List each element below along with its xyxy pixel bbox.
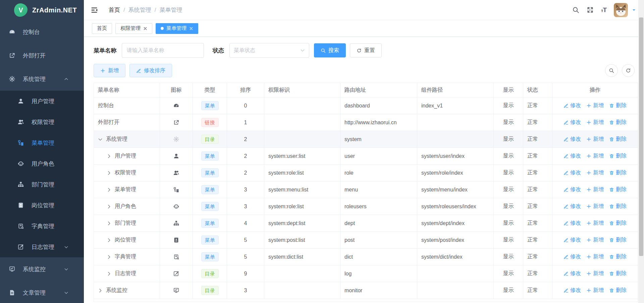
add-link[interactable]: 新增 <box>586 220 604 227</box>
edit-link[interactable]: 修改 <box>564 186 581 193</box>
cell-visible: 显示 <box>494 232 523 249</box>
type-tag: 菜单 <box>201 101 219 110</box>
cell-icon <box>160 265 193 282</box>
delete-link[interactable]: 删除 <box>609 136 627 143</box>
sidebar-item-控制台[interactable]: 控制台 <box>0 20 84 44</box>
user-avatar-dropdown[interactable] <box>614 3 636 17</box>
table-row: 日志管理目录9log显示正常修改新增删除 <box>94 265 638 282</box>
delete-link[interactable]: 删除 <box>609 203 627 210</box>
avatar[interactable] <box>614 3 628 17</box>
plus-icon <box>586 271 591 276</box>
reset-button-label: 重置 <box>364 47 375 54</box>
add-link[interactable]: 新增 <box>586 253 604 260</box>
sidebar-item-系统监控[interactable]: 系统监控 <box>0 257 84 281</box>
sidebar-item-部门管理[interactable]: 部门管理 <box>0 174 84 195</box>
app-logo[interactable]: V ZrAdmin.NET <box>0 0 84 20</box>
add-link[interactable]: 新增 <box>586 153 604 160</box>
edit-link[interactable]: 修改 <box>564 220 581 227</box>
toggle-search-button[interactable] <box>605 64 618 77</box>
delete-link[interactable]: 删除 <box>609 119 627 126</box>
add-link[interactable]: 新增 <box>586 270 604 277</box>
cell-permission <box>264 282 340 299</box>
delete-link[interactable]: 删除 <box>609 287 627 294</box>
add-button-label: 新增 <box>108 67 119 74</box>
add-link[interactable]: 新增 <box>586 287 604 294</box>
delete-link[interactable]: 删除 <box>609 102 627 109</box>
plus-icon <box>586 204 591 209</box>
cell-status: 正常 <box>523 198 552 215</box>
tab-首页[interactable]: 首页 <box>92 23 112 34</box>
tab-菜单管理[interactable]: 菜单管理 <box>156 23 198 34</box>
add-link[interactable]: 新增 <box>586 203 604 210</box>
header-search-icon[interactable] <box>572 6 579 13</box>
reset-button[interactable]: 重置 <box>350 43 382 57</box>
table-row: 字典管理菜单5system:dict:listdictsystem/dict/i… <box>94 249 638 265</box>
edit-icon <box>564 254 569 259</box>
breadcrumb-home[interactable]: 首页 <box>109 6 120 14</box>
menu-status-select[interactable]: 菜单状态 <box>229 43 309 58</box>
edit-link[interactable]: 修改 <box>564 102 581 109</box>
edit-link[interactable]: 修改 <box>564 169 581 176</box>
scrollbar-up-button[interactable] <box>638 0 644 6</box>
scrollbar-thumb[interactable] <box>639 17 643 256</box>
delete-link[interactable]: 删除 <box>609 220 627 227</box>
tab-权限管理[interactable]: 权限管理 <box>115 23 152 34</box>
action-label: 修改 <box>570 270 581 277</box>
sidebar-item-权限管理[interactable]: 权限管理 <box>0 112 84 132</box>
delete-link[interactable]: 删除 <box>609 253 627 260</box>
delete-link[interactable]: 删除 <box>609 236 627 244</box>
sidebar-item-系统管理[interactable]: 系统管理 <box>0 67 84 91</box>
sidebar-item-菜单管理[interactable]: 菜单管理 <box>0 132 84 153</box>
sitemap-icon <box>173 220 179 226</box>
sidebar-item-用户管理[interactable]: 用户管理 <box>0 91 84 112</box>
edit-link[interactable]: 修改 <box>564 270 581 277</box>
navbar-actions: тT <box>572 3 636 17</box>
add-link[interactable]: 新增 <box>586 102 604 109</box>
edit-sort-button[interactable]: 修改排序 <box>129 64 172 77</box>
cell-type: 菜单 <box>193 148 227 165</box>
add-link[interactable]: 新增 <box>586 186 604 193</box>
delete-link[interactable]: 删除 <box>609 169 627 176</box>
delete-link[interactable]: 删除 <box>609 186 627 193</box>
edit-link[interactable]: 修改 <box>564 236 581 244</box>
edit-link[interactable]: 修改 <box>564 203 581 210</box>
edit-link[interactable]: 修改 <box>564 287 581 294</box>
sidebar-item-文章管理[interactable]: 文章管理 <box>0 281 84 303</box>
edit-icon <box>564 271 569 276</box>
sidebar-item-日志管理[interactable]: 日志管理 <box>0 236 84 257</box>
sidebar-item-label: 权限管理 <box>32 118 54 126</box>
tab-bar: 首页权限管理菜单管理 <box>84 20 644 37</box>
delete-link[interactable]: 删除 <box>609 153 627 160</box>
font-size-icon[interactable]: тT <box>601 6 606 14</box>
plus-icon <box>586 221 591 226</box>
sidebar-item-岗位管理[interactable]: 岗位管理 <box>0 195 84 216</box>
edit-link[interactable]: 修改 <box>564 136 581 143</box>
edit-icon <box>564 187 569 192</box>
add-link[interactable]: 新增 <box>586 119 604 126</box>
sidebar-item-用户角色[interactable]: 用户角色 <box>0 153 84 174</box>
type-tag: 目录 <box>201 135 219 144</box>
edit-link[interactable]: 修改 <box>564 153 581 160</box>
fullscreen-icon[interactable] <box>587 6 594 13</box>
edit-link[interactable]: 修改 <box>564 253 581 260</box>
delete-link[interactable]: 删除 <box>609 270 627 277</box>
add-link[interactable]: 新增 <box>586 169 604 176</box>
menu-fold-icon[interactable] <box>91 6 98 14</box>
edit-link[interactable]: 修改 <box>564 119 581 126</box>
sidebar-item-外部打开[interactable]: 外部打开 <box>0 44 84 67</box>
search-button[interactable]: 搜索 <box>314 43 346 57</box>
table-toolbar: 新增 修改排序 <box>94 64 644 77</box>
scroll-up-icon <box>640 1 643 4</box>
refresh-table-button[interactable] <box>622 64 635 77</box>
sidebar-item-label: 用户管理 <box>32 97 54 105</box>
sidebar-item-字典管理[interactable]: 字典管理 <box>0 216 84 236</box>
add-button[interactable]: 新增 <box>94 64 125 77</box>
menu-name-input[interactable] <box>122 43 204 58</box>
add-link[interactable]: 新增 <box>586 236 604 244</box>
cell-actions: 修改新增删除 <box>552 232 638 249</box>
menu-name-text: 部门管理 <box>115 220 136 227</box>
cell-sort: 3 <box>227 282 264 299</box>
add-link[interactable]: 新增 <box>586 136 604 143</box>
action-label: 修改 <box>570 236 581 244</box>
type-tag: 菜单 <box>201 168 219 177</box>
